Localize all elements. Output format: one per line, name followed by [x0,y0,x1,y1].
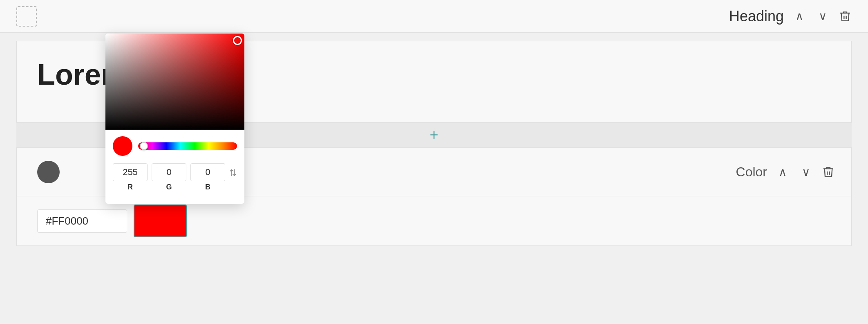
color-inputs-row [16,196,852,246]
b-field: B [190,163,225,191]
b-label: B [205,183,210,191]
move-color-down-button[interactable]: ∨ [799,164,814,180]
color-gradient-canvas[interactable] [105,34,244,130]
selected-color-preview [113,136,132,156]
move-down-button[interactable]: ∨ [815,8,830,25]
delete-color-button[interactable] [822,165,835,178]
hue-row [113,136,237,156]
gradient-picker-handle[interactable] [233,36,242,45]
color-block-controls: Color ∧ ∨ [736,164,835,180]
color-preview-swatch[interactable] [134,205,187,237]
delete-heading-button[interactable] [839,10,852,23]
r-input[interactable] [113,163,148,181]
rgb-inputs-group: R G B ⇅ [113,163,237,191]
hue-slider[interactable] [138,142,237,150]
g-field: G [152,163,186,191]
g-label: G [166,183,172,191]
color-swatch-circle [37,161,60,183]
r-label: R [128,183,133,191]
r-field: R [113,163,148,191]
hue-slider-thumb [140,142,148,150]
color-block-label: Color [736,164,767,180]
rgb-steppers[interactable]: ⇅ [229,168,237,187]
dashed-border-icon [16,6,37,27]
trash-icon [839,10,852,23]
move-color-up-button[interactable]: ∧ [775,164,790,180]
heading-label: Heading [729,8,784,25]
hex-color-input[interactable] [37,209,127,233]
move-up-button[interactable]: ∧ [792,8,807,25]
color-picker-popup: R G B ⇅ [105,34,244,204]
add-block-button[interactable]: + [430,126,438,144]
picker-bottom: R G B ⇅ [105,130,244,191]
top-bar: Heading ∧ ∨ [0,0,868,33]
gradient-dark-overlay [105,34,244,130]
b-input[interactable] [190,163,225,181]
trash-icon-color [822,165,835,178]
g-input[interactable] [152,163,186,181]
top-right-controls: Heading ∧ ∨ [729,8,852,25]
